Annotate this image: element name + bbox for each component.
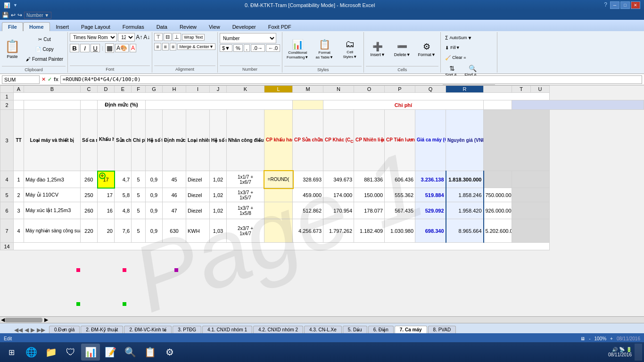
table-row[interactable]: 5 2 Máy ủi 110CV 250 17 5,8 5 0,9 46 Die… — [0, 188, 644, 202]
cell-l6[interactable] — [264, 202, 293, 219]
font-name-select[interactable]: Times New Roman — [70, 33, 117, 41]
cell-g6[interactable]: 0,9 — [146, 202, 163, 219]
cell-b7[interactable]: Máy nghiền sàng công suất 125m3/h — [24, 219, 81, 243]
col-header-O[interactable]: O — [354, 86, 385, 93]
cell-j5[interactable]: 1,02 — [210, 188, 227, 202]
table-row[interactable]: 7 4 Máy nghiền sàng công suất 125m3/h 22… — [0, 219, 644, 243]
cell-m6[interactable]: 512.862 — [293, 202, 323, 219]
confirm-formula-btn[interactable]: ✓ — [48, 76, 52, 82]
align-left-btn[interactable]: ≡ — [154, 43, 161, 50]
decrease-font-btn[interactable]: A↓ — [143, 34, 150, 41]
tab-file[interactable]: File — [2, 22, 23, 31]
cell-f6[interactable]: 5 — [132, 202, 146, 219]
cell-a6[interactable]: 3 — [14, 202, 24, 219]
cell-a5[interactable]: 2 — [14, 188, 24, 202]
comma-btn[interactable]: , — [244, 44, 250, 52]
cell-s4[interactable] — [484, 171, 512, 188]
merge-center-btn[interactable]: Merge & Center▼ — [177, 43, 215, 50]
cell-k5[interactable]: 1x3/7 +1x5/7 — [227, 188, 264, 202]
cell-e5[interactable]: 5,8 — [115, 188, 132, 202]
cell-d4[interactable]: ✛ 17 — [98, 171, 115, 188]
cell-h7[interactable]: 630 — [163, 219, 186, 243]
close-btn[interactable]: ✕ — [631, 1, 640, 9]
maximize-btn[interactable]: □ — [620, 1, 630, 9]
scroll-thumb[interactable] — [5, 318, 42, 322]
cell-e4[interactable]: 4,7 — [115, 171, 132, 188]
formula-input[interactable]: =ROUND(R4*D4*G4/C4/100;0) — [60, 75, 642, 84]
col-header-I[interactable]: I — [186, 86, 210, 93]
zoom-in-btn[interactable]: + — [610, 336, 613, 341]
cell-k7[interactable]: 2x3/7 +1x4/7 — [227, 219, 264, 243]
start-button[interactable]: ⊞ — [2, 344, 21, 361]
cell-r6[interactable]: 1.958.420 — [446, 202, 484, 219]
cell-l4[interactable]: =ROUND( — [264, 171, 293, 188]
taskbar-explorer-btn[interactable]: 📁 — [41, 344, 60, 361]
cell-f5[interactable]: 5 — [132, 188, 146, 202]
font-size-select[interactable]: 12 — [118, 33, 135, 41]
sheet-tab-dm-vc-kinh-te[interactable]: 2. ĐM-VC-Kinh tế — [124, 326, 172, 333]
taskbar-excel-btn[interactable]: 📊 — [81, 344, 100, 361]
cell-n5[interactable]: 174.000 — [323, 188, 354, 202]
cell-p7[interactable]: 1.030.980 — [385, 219, 415, 243]
cell-n6[interactable]: 170.954 — [323, 202, 354, 219]
percent-btn[interactable]: % — [233, 44, 243, 52]
tab-foxit[interactable]: Foxit PDF — [262, 22, 297, 31]
cell-c7[interactable]: 220 — [81, 219, 98, 243]
fill-color-btn[interactable]: A🎨 — [115, 44, 129, 52]
increase-font-btn[interactable]: A↑ — [136, 34, 142, 41]
cell-o6[interactable]: 178.077 — [354, 202, 385, 219]
cell-q4[interactable]: 3.236.138 — [415, 171, 446, 188]
cell-m4[interactable]: 328.693 — [293, 171, 323, 188]
cell-p4[interactable]: 606.436 — [385, 171, 415, 188]
cell-s5[interactable]: 750.000.000 — [484, 188, 512, 202]
redo-quick-btn[interactable]: ↪ — [17, 12, 22, 18]
cell-n7[interactable]: 1.797.262 — [323, 219, 354, 243]
clear-button[interactable]: 🧹 Clear = — [443, 53, 495, 62]
cell-p6[interactable]: 567.435 — [385, 202, 415, 219]
decrease-decimal-btn[interactable]: ←.0 — [266, 44, 280, 52]
sheet-tab-dm-ky-thuat[interactable]: 2. ĐM-Kỹ thuật — [81, 326, 123, 333]
col-header-L[interactable]: L — [264, 86, 293, 93]
sheet-tab-pvad[interactable]: 8. PVAD — [428, 326, 456, 333]
cell-b6[interactable]: Máy xúc lật 1,25m3 — [24, 202, 81, 219]
horizontal-scrollbar[interactable]: ◀ ▶ — [0, 316, 644, 323]
cell-e7[interactable]: 7,6 — [115, 219, 132, 243]
col-header-T[interactable]: T — [512, 86, 531, 93]
cell-m5[interactable]: 459.000 — [293, 188, 323, 202]
cut-button[interactable]: ✂ Cut — [24, 34, 66, 44]
cell-styles-button[interactable]: 🗂 CellStyles▼ — [338, 33, 362, 65]
taskbar-ie-btn[interactable]: 🌐 — [22, 344, 41, 361]
cell-r4[interactable]: 1.818.300.000 — [446, 171, 484, 188]
cell-c6[interactable]: 260 — [81, 202, 98, 219]
save-quick-btn[interactable]: 💾 — [2, 12, 9, 18]
cell-k6[interactable]: 1x3/7 +1x5/8 — [227, 202, 264, 219]
col-header-Q[interactable]: Q — [415, 86, 446, 93]
col-header-B[interactable]: B — [24, 86, 81, 93]
cell-p5[interactable]: 555.362 — [385, 188, 415, 202]
cell-j7[interactable]: 1,03 — [210, 219, 227, 243]
align-center-btn[interactable]: ≡ — [162, 43, 169, 50]
col-header-C[interactable]: C — [81, 86, 98, 93]
cell-d6[interactable]: 16 — [98, 202, 115, 219]
cell-s6[interactable]: 926.000.000 — [484, 202, 512, 219]
cell-l7[interactable] — [264, 219, 293, 243]
cell-h6[interactable]: 47 — [163, 202, 186, 219]
col-header-U[interactable]: U — [531, 86, 550, 93]
taskbar-word-btn[interactable]: 📝 — [101, 344, 120, 361]
sheet-tab-dien[interactable]: 6. Điện — [368, 326, 394, 333]
cell-i4[interactable]: Diezel — [186, 171, 210, 188]
tab-page-layout[interactable]: Page Layout — [75, 22, 116, 31]
cell-h5[interactable]: 46 — [163, 188, 186, 202]
cell-r7[interactable]: 8.965.664 — [446, 219, 484, 243]
sheet-tab-ptdg[interactable]: 3. PTĐG — [173, 326, 201, 333]
tab-formulas[interactable]: Formulas — [116, 22, 150, 31]
cell-d7[interactable]: 20 — [98, 219, 115, 243]
taskbar-settings-btn[interactable]: ⚙ — [160, 344, 179, 361]
cell-a7[interactable]: 4 — [14, 219, 24, 243]
col-header-G[interactable]: G — [146, 86, 163, 93]
col-header-M[interactable]: M — [293, 86, 323, 93]
tab-review[interactable]: Review — [173, 22, 203, 31]
undo-quick-btn[interactable]: ↩ — [11, 12, 16, 18]
cell-j6[interactable]: 1,02 — [210, 202, 227, 219]
align-middle-btn[interactable]: ⊟ — [164, 33, 172, 41]
